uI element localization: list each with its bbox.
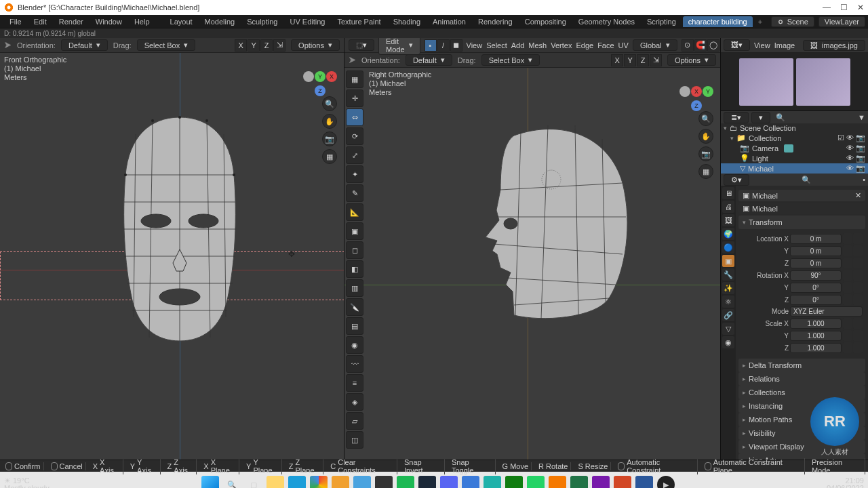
nav-gizmo[interactable]: Y X Z — [303, 60, 337, 94]
img-menu-view[interactable]: View — [754, 41, 770, 49]
start-button[interactable] — [201, 476, 219, 488]
maximize-button[interactable]: ☐ — [840, 3, 848, 12]
gizmo-x[interactable]: X — [326, 71, 337, 82]
zoom-icon[interactable]: 🔍 — [322, 96, 337, 111]
face-select-button[interactable]: ◼ — [450, 39, 462, 52]
ptab-scene[interactable]: 🌍 — [722, 228, 734, 240]
rip-tool[interactable]: ◫ — [346, 431, 363, 449]
imgeditor-type[interactable]: 🖼▾ — [724, 39, 750, 51]
ptab-mesh[interactable]: ▽ — [722, 323, 734, 335]
scene-selector[interactable]: ⭘Scene — [771, 16, 814, 27]
ptab-render[interactable]: 🖥 — [722, 187, 734, 199]
ptab-physics[interactable]: ⚛ — [722, 296, 734, 308]
transform-tool[interactable]: ✦ — [346, 165, 363, 183]
vp-menu-select[interactable]: Select — [486, 41, 507, 49]
properties-type[interactable]: ⚙▾ — [724, 174, 749, 186]
vp-menu-vertex[interactable]: Vertex — [551, 41, 572, 49]
cursor-tool[interactable]: ✛ — [346, 89, 363, 107]
ptab-viewlayer[interactable]: 🖼 — [722, 214, 734, 226]
object-name-header[interactable]: ▣Michael✕ — [738, 190, 865, 201]
windows-taskbar[interactable]: ☀19°C Mostly cloudy 🔍 ▢ ▶ 21:09 04/06/20… — [0, 472, 868, 488]
loc-z-field[interactable]: 0 m — [790, 258, 842, 268]
loc-x-field[interactable]: 0 m — [790, 234, 842, 244]
drag-dropdown[interactable]: Select Box▾ — [481, 54, 540, 66]
camera-icon[interactable]: 📷 — [322, 131, 337, 146]
explorer-app[interactable] — [267, 476, 284, 488]
taskbar-weather[interactable]: ☀19°C Mostly cloudy — [4, 477, 50, 488]
viewport-right[interactable]: ⬚▾ Edit Mode▾ ▪ / ◼ View Select Add Mesh… — [344, 38, 720, 460]
tree-item-camera[interactable]: 📷Camera👁📷 — [721, 143, 868, 153]
app-blue[interactable] — [462, 476, 479, 488]
select-box-tool[interactable]: ▦ — [346, 70, 363, 88]
app-term[interactable] — [375, 476, 393, 488]
automerge-button[interactable]: ⇲ — [273, 39, 285, 52]
scale-x-field[interactable]: 1.000 — [790, 319, 842, 329]
mode-dropdown[interactable]: Edit Mode▾ — [378, 38, 420, 55]
propedit-button[interactable]: ◯ — [707, 39, 719, 52]
lock-icon[interactable] — [843, 233, 852, 244]
automerge-button[interactable]: ⇲ — [650, 54, 662, 66]
ws-modeling[interactable]: Modeling — [199, 16, 241, 27]
outliner-tree[interactable]: ▾🗀Scene Collection ▾📁Collection☑👁📷 📷Came… — [721, 123, 868, 174]
gizmo-y[interactable]: Y — [315, 71, 326, 82]
vp-menu-uv[interactable]: UV — [618, 41, 629, 49]
rot-x-field[interactable]: 90° — [790, 270, 842, 281]
ws-uv[interactable]: UV Editing — [284, 16, 330, 27]
options-dropdown[interactable]: Options▾ — [291, 39, 340, 51]
mirror-z-button[interactable]: Z — [260, 39, 273, 52]
ptab-output[interactable]: 🖨 — [722, 201, 734, 213]
ws-texpaint[interactable]: Texture Paint — [332, 16, 386, 27]
smooth-tool[interactable]: 〰 — [346, 355, 363, 373]
vp-menu-view[interactable]: View — [467, 41, 483, 49]
ws-sculpting[interactable]: Sculpting — [241, 16, 283, 27]
snap-button[interactable]: 🧲 — [694, 39, 707, 52]
vp-right-canvas[interactable]: ▦ ✛ ⇔ ⟳ ⤢ ✦ ✎ 📐 ▣ ◻ ◧ ▥ 🔪 ▤ ◉ 〰 ≡ ◈ ▱ ◫ — [344, 68, 720, 460]
nav-gizmo[interactable]: X Y Z — [679, 75, 713, 108]
edge-app[interactable] — [288, 476, 306, 488]
mirror-x-button[interactable]: X — [611, 54, 623, 66]
ptab-world[interactable]: 🔵 — [722, 241, 734, 253]
ws-shading[interactable]: Shading — [388, 16, 426, 27]
minimize-button[interactable]: — — [823, 3, 831, 12]
excel-app[interactable] — [570, 476, 588, 488]
edge-select-button[interactable]: / — [437, 39, 450, 52]
camera-icon[interactable]: 📷 — [698, 146, 713, 161]
search-icon[interactable]: 🔍 — [802, 176, 811, 184]
close-button[interactable]: ✕ — [857, 3, 864, 12]
inset-tool[interactable]: ◻ — [346, 241, 363, 259]
ws-comp[interactable]: Compositing — [519, 16, 572, 27]
vp-menu-edge[interactable]: Edge — [576, 41, 593, 49]
panel-delta-transform[interactable]: ▸Delta Transform — [738, 359, 865, 372]
whatsapp-app[interactable] — [527, 476, 545, 488]
vertex-select-button[interactable]: ▪ — [425, 39, 437, 52]
viewport-left[interactable]: ⮞ Orientation: Default▾ Drag: Select Box… — [0, 38, 344, 460]
search-icon[interactable]: 🔍 — [776, 113, 785, 122]
tree-scene-collection[interactable]: ▾🗀Scene Collection — [721, 123, 868, 133]
scale-y-field[interactable]: 1.000 — [790, 331, 842, 341]
vp-menu-face[interactable]: Face — [597, 41, 614, 49]
pivot-button[interactable]: ⊙ — [682, 39, 694, 52]
ortho-icon[interactable]: ▦ — [322, 149, 337, 164]
scale-tool[interactable]: ⤢ — [346, 146, 363, 164]
filter-icon[interactable]: ▼ — [858, 113, 865, 121]
shear-tool[interactable]: ▱ — [346, 412, 363, 430]
onenote-app[interactable] — [592, 476, 610, 488]
chrome-app[interactable] — [310, 476, 328, 488]
word-app[interactable] — [635, 476, 653, 488]
tree-collection[interactable]: ▾📁Collection☑👁📷 — [721, 133, 868, 143]
app-teal[interactable] — [484, 476, 501, 488]
ptab-particles[interactable]: ✨ — [722, 282, 734, 294]
zoom-icon[interactable]: 🔍 — [698, 111, 713, 126]
annotate-tool[interactable]: ✎ — [346, 184, 363, 202]
mirror-y-button[interactable]: Y — [248, 39, 260, 52]
panel-relations[interactable]: ▸Relations — [738, 372, 865, 386]
img-menu-image[interactable]: Image — [774, 41, 795, 49]
move-tool[interactable]: ⇔ — [346, 108, 363, 126]
edgeslide-tool[interactable]: ≡ — [346, 374, 363, 392]
image-selector[interactable]: 🖼images.jpg — [803, 40, 865, 51]
steam-app[interactable] — [418, 476, 436, 488]
ptab-modifiers[interactable]: 🔧 — [722, 268, 734, 281]
knife-tool[interactable]: 🔪 — [346, 298, 363, 316]
vp-menu-add[interactable]: Add — [511, 41, 525, 49]
drag-dropdown[interactable]: Select Box▾ — [137, 39, 196, 51]
